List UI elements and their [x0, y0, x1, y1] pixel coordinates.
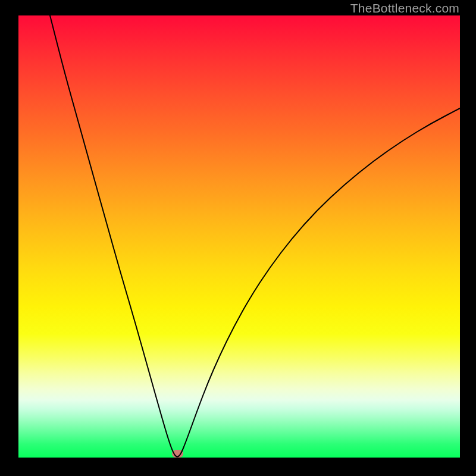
- watermark-text: TheBottleneck.com: [350, 1, 459, 15]
- bottleneck-curve: [50, 15, 460, 457]
- curve-svg: [18, 15, 460, 458]
- chart-frame: TheBottleneck.com: [0, 0, 476, 476]
- plot-area: [18, 15, 460, 458]
